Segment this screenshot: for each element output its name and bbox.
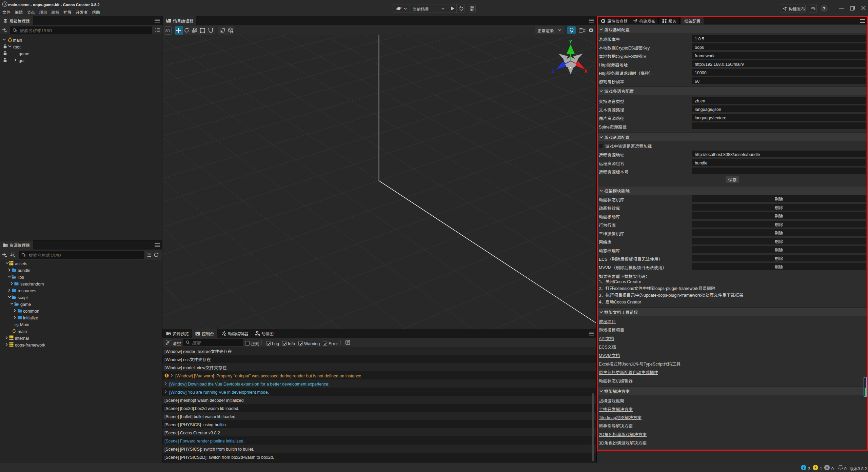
svg-text:X: X	[584, 68, 588, 74]
svg-text:Z: Z	[552, 68, 555, 74]
svg-text:Y: Y	[569, 39, 573, 44]
